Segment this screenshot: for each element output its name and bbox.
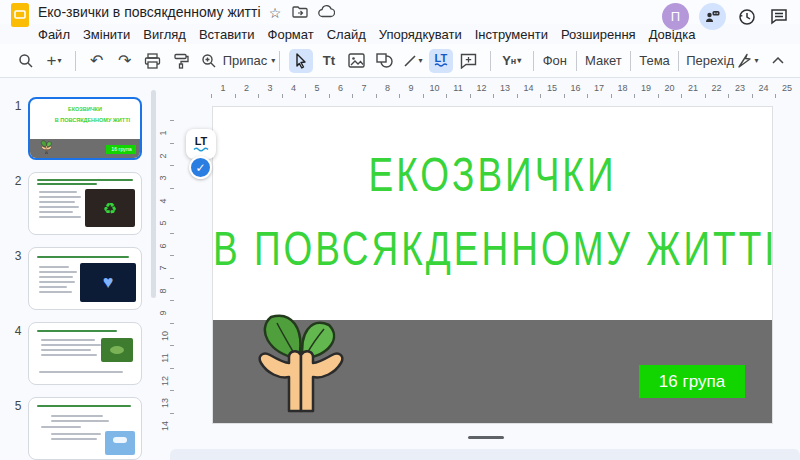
filmstrip-scrollbar[interactable] xyxy=(151,90,156,298)
slide-thumbnail-4[interactable] xyxy=(28,322,142,385)
text-box-tool[interactable]: Tt xyxy=(317,49,341,73)
languagetool-widget[interactable]: LT xyxy=(186,129,216,159)
ruler-number: 8 xyxy=(385,83,390,93)
slide-canvas[interactable]: Екозвички в повсякденному житті 16 група xyxy=(213,107,772,423)
thumb2-recycle-photo: ♻ xyxy=(85,189,135,227)
pen-pointer-tool[interactable]: ▾ xyxy=(736,49,760,73)
insert-line-tool[interactable]: ▾ xyxy=(401,49,425,73)
yn-extension-tool[interactable]: Yн ▾ xyxy=(500,49,524,73)
ruler-number: 3 xyxy=(267,83,272,93)
transition-label: Перехід xyxy=(683,53,737,68)
divider xyxy=(576,51,577,71)
star-icon[interactable]: ☆ xyxy=(266,5,284,21)
ruler-number: 11 xyxy=(453,83,462,93)
thumb1-band: 16 група xyxy=(30,139,140,158)
insert-shape-tool[interactable] xyxy=(373,49,397,73)
languagetool-toggle[interactable]: LT xyxy=(429,49,453,73)
background-label: Фон xyxy=(540,53,570,68)
divider xyxy=(75,51,76,71)
undo-button[interactable]: ↶ xyxy=(85,49,109,73)
move-folder-icon[interactable] xyxy=(291,5,309,21)
ruler-number: 1 xyxy=(220,83,225,93)
menu-item-file[interactable]: Файл xyxy=(38,27,70,42)
print-icon[interactable] xyxy=(141,49,165,73)
insert-image-tool[interactable] xyxy=(345,49,369,73)
ruler-number: 25 xyxy=(782,83,792,93)
ruler-number: 4 xyxy=(158,198,168,203)
slide-thumbnail-5[interactable] xyxy=(28,397,142,460)
theme-label: Тема xyxy=(636,53,673,68)
divider xyxy=(630,51,631,71)
ruler-number: 2 xyxy=(244,83,249,93)
menu-item-edit[interactable]: Змінити xyxy=(83,27,130,42)
thumb1-group-badge: 16 група xyxy=(106,145,136,154)
divider xyxy=(490,51,491,71)
thumb4-nature-photo xyxy=(101,338,133,362)
plus-icon: + xyxy=(47,51,57,71)
ruler-number: 10 xyxy=(160,330,170,340)
version-history-icon[interactable] xyxy=(736,6,758,28)
slide-thumbnail-1[interactable]: Екозвички в повсякденному житті 16 група xyxy=(28,97,142,160)
layout-label: Макет xyxy=(582,53,625,68)
ruler-number: 13 xyxy=(500,83,510,93)
chevron-down-icon: ▾ xyxy=(517,56,521,65)
menubar: ФайлЗмінитиВиглядВставитиФорматСлайдУпор… xyxy=(38,24,695,44)
divider xyxy=(533,51,534,71)
redo-button[interactable]: ↷ xyxy=(113,49,137,73)
slide-thumbnail-2[interactable]: ♻ xyxy=(28,172,142,235)
thumb1-title-line2: в повсякденному житті xyxy=(55,117,116,123)
speaker-notes-handle[interactable] xyxy=(468,436,504,439)
thumb1-title-line1: Екозвички xyxy=(55,106,116,112)
menu-item-insert[interactable]: Вставити xyxy=(199,27,255,42)
slides-logo[interactable] xyxy=(10,2,30,28)
ruler-number: 5 xyxy=(158,220,168,225)
group-badge[interactable]: 16 група xyxy=(639,365,745,398)
ruler-vertical: 1234567891011121314 xyxy=(158,99,176,460)
yn-icon-sub: н xyxy=(511,56,516,66)
document-title[interactable]: Еко-звички в повсякденному житті xyxy=(38,4,261,20)
menu-item-arrange[interactable]: Упорядкувати xyxy=(379,27,462,42)
ruler-number: 17 xyxy=(594,83,604,93)
chevron-down-icon: ▾ xyxy=(754,56,758,65)
presenter-chat-icon[interactable] xyxy=(699,3,726,30)
background-button[interactable]: Фон xyxy=(543,49,568,73)
ruler-number: 9 xyxy=(158,310,168,315)
hands-holding-leaves-illustration[interactable] xyxy=(245,311,357,421)
ruler-number: 19 xyxy=(641,83,651,93)
menu-item-extensions[interactable]: Розширення xyxy=(561,27,636,42)
zoom-fit-dropdown[interactable]: Припас ▾ xyxy=(225,49,270,73)
chevron-down-icon: ▾ xyxy=(418,56,422,65)
languagetool-check-button[interactable]: ✓ xyxy=(189,156,212,179)
slide-title-line2[interactable]: в повсякденному житті xyxy=(213,221,772,276)
languagetool-icon: LT xyxy=(195,136,208,147)
menu-item-tools[interactable]: Інструменти xyxy=(475,27,548,42)
cloud-status-icon[interactable] xyxy=(317,5,335,21)
menu-item-format[interactable]: Формат xyxy=(268,27,314,42)
ruler-number: 18 xyxy=(617,83,627,93)
new-slide-button[interactable]: + ▾ xyxy=(42,49,66,73)
zoom-in-icon[interactable] xyxy=(197,49,221,73)
ruler-number: 12 xyxy=(160,375,170,385)
search-icon[interactable] xyxy=(14,49,38,73)
transition-button[interactable]: Перехід xyxy=(688,49,732,73)
ruler-number: 6 xyxy=(158,243,168,248)
ruler-number: 14 xyxy=(523,83,533,93)
menu-item-help[interactable]: Довідка xyxy=(649,27,696,42)
slide-title-line1[interactable]: Екозвички xyxy=(213,147,772,202)
add-comment-tool[interactable] xyxy=(457,49,481,73)
speaker-notes-edge[interactable] xyxy=(170,449,800,460)
ruler-number: 2 xyxy=(158,153,168,158)
collapse-toolbar-button[interactable] xyxy=(766,49,790,73)
menu-item-view[interactable]: Вигляд xyxy=(143,27,186,42)
slide-thumbnail-3[interactable]: ♥ xyxy=(28,247,142,310)
layout-button[interactable]: Макет xyxy=(586,49,621,73)
slide-number: 2 xyxy=(11,174,25,188)
select-tool[interactable] xyxy=(289,49,313,73)
comments-icon[interactable] xyxy=(768,6,790,28)
paint-format-icon[interactable] xyxy=(169,49,193,73)
ruler-number: 23 xyxy=(735,83,745,93)
menu-item-slide[interactable]: Слайд xyxy=(327,27,366,42)
theme-button[interactable]: Тема xyxy=(640,49,670,73)
ruler-number: 21 xyxy=(688,83,698,93)
ruler-number: 3 xyxy=(158,175,168,180)
